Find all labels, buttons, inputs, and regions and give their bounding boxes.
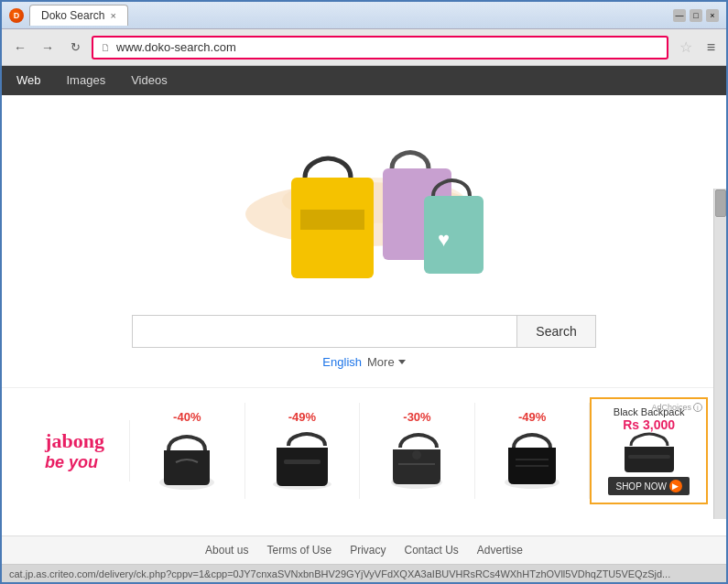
footer-privacy[interactable]: Privacy xyxy=(350,544,386,557)
ad-discount-3: -30% xyxy=(403,410,430,424)
search-nav-tabs: Web Images Videos xyxy=(2,66,726,95)
navigation-bar: ← → ↻ 🗋 www.doko-search.com ☆ ≡ xyxy=(2,29,726,66)
title-left: D Doko Search × xyxy=(9,5,128,26)
bags-illustration: ♥ xyxy=(227,114,502,297)
language-selector[interactable]: English xyxy=(322,355,362,369)
search-input[interactable] xyxy=(132,315,516,348)
more-button[interactable]: More xyxy=(367,355,406,369)
language-row: English More xyxy=(322,355,405,369)
browser-icon: D xyxy=(9,8,24,23)
bag-image-2 xyxy=(266,427,339,492)
special-price: Rs 3,000 xyxy=(623,417,675,432)
title-bar: D Doko Search × — □ × xyxy=(2,2,726,29)
svg-rect-13 xyxy=(628,455,670,459)
bookmark-button[interactable]: ☆ xyxy=(674,38,698,56)
svg-rect-9 xyxy=(284,460,321,464)
search-box-row: Search xyxy=(132,315,595,348)
bags-svg: ♥ xyxy=(227,114,502,297)
ad-discount-4: -49% xyxy=(518,410,546,424)
title-controls: — □ × xyxy=(673,9,719,22)
shop-arrow-icon: ▶ xyxy=(669,480,682,492)
bag-image-3 xyxy=(380,427,453,492)
tab-videos[interactable]: Videos xyxy=(127,68,171,94)
special-bag-image xyxy=(617,432,681,473)
jabong-brand-name: jabong xyxy=(45,429,104,453)
footer-contact[interactable]: Contact Us xyxy=(405,544,459,557)
status-bar: cat.jp.as.criteo.com/delivery/ck.php?cpp… xyxy=(2,564,726,582)
url-display: www.doko-search.com xyxy=(116,40,236,54)
shop-now-button[interactable]: SHOP NOW ▶ xyxy=(608,477,689,495)
ad-choices-icon: i xyxy=(693,403,702,412)
scrollbar-track[interactable] xyxy=(713,189,726,519)
page-icon: 🗋 xyxy=(101,42,111,53)
search-button[interactable]: Search xyxy=(516,315,595,348)
ad-item-2[interactable]: -49% xyxy=(245,403,361,499)
jabong-logo[interactable]: jabong be you xyxy=(20,420,130,481)
scrollbar-thumb[interactable] xyxy=(715,189,726,217)
svg-text:♥: ♥ xyxy=(438,228,450,251)
browser-menu-button[interactable]: ≡ xyxy=(703,39,719,56)
svg-rect-5 xyxy=(424,196,484,274)
ads-section: jabong be you -40% -49% xyxy=(2,387,726,514)
back-button[interactable]: ← xyxy=(9,37,31,59)
footer-advertise[interactable]: Advertise xyxy=(477,544,523,557)
ad-choices-label: AdChoices i xyxy=(651,403,702,412)
tab-web[interactable]: Web xyxy=(13,68,45,94)
tab-title: Doko Search xyxy=(41,9,104,22)
page-footer: About us Terms of Use Privacy Contact Us… xyxy=(2,535,726,564)
ad-item-4[interactable]: -49% xyxy=(475,403,591,499)
svg-rect-4 xyxy=(300,210,364,230)
footer-terms[interactable]: Terms of Use xyxy=(266,544,331,557)
ad-item-3[interactable]: -30% xyxy=(360,403,475,499)
address-bar[interactable]: 🗋 www.doko-search.com xyxy=(92,36,668,59)
close-button[interactable]: × xyxy=(706,9,719,22)
more-chevron-icon xyxy=(398,360,406,364)
maximize-button[interactable]: □ xyxy=(690,9,702,22)
ad-item-1[interactable]: -40% xyxy=(130,403,245,499)
status-url: cat.jp.as.criteo.com/delivery/ck.php?cpp… xyxy=(9,568,670,579)
ad-item-special[interactable]: AdChoices i Black Backpack Rs 3,000 SHOP… xyxy=(590,397,708,504)
tab-images[interactable]: Images xyxy=(63,68,110,94)
refresh-button[interactable]: ↻ xyxy=(64,37,86,59)
active-tab[interactable]: Doko Search × xyxy=(29,5,128,26)
tab-close-button[interactable]: × xyxy=(110,10,115,21)
ad-discount-1: -40% xyxy=(173,410,201,424)
browser-window: D Doko Search × — □ × ← → ↻ xyxy=(0,0,728,584)
bag-image-4 xyxy=(495,427,569,492)
footer-about[interactable]: About us xyxy=(205,544,248,557)
forward-button[interactable]: → xyxy=(37,37,59,59)
bag-image-1 xyxy=(150,427,223,492)
ad-discount-2: -49% xyxy=(288,410,316,424)
jabong-tagline: be you xyxy=(45,453,104,472)
minimize-button[interactable]: — xyxy=(673,9,686,22)
search-section: ♥ Search English More xyxy=(2,95,726,369)
page-content: ♥ Search English More xyxy=(2,95,726,564)
svg-point-11 xyxy=(412,450,421,460)
